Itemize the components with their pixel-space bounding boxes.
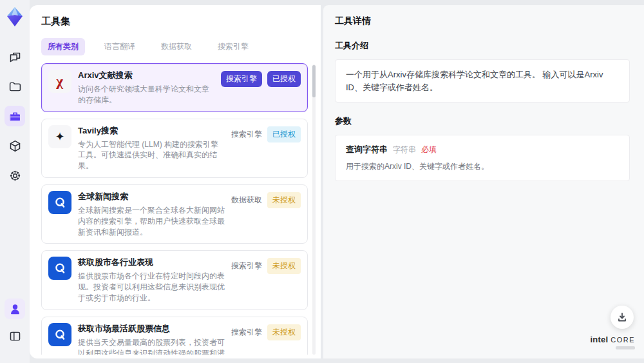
sidebar-item-user[interactable] bbox=[5, 299, 25, 319]
sidebar-item-settings[interactable] bbox=[5, 165, 25, 186]
category-badge: 搜索引擎 bbox=[231, 324, 262, 340]
nav-rail bbox=[0, 0, 30, 363]
sidebar-item-chat[interactable] bbox=[5, 46, 25, 67]
category-badge: 搜索引擎 bbox=[221, 71, 262, 87]
tool-detail-panel: 工具详情 工具介绍 一个用于从Arxiv存储库搜索科学论文和文章的工具。 输入可… bbox=[323, 5, 644, 358]
param-name: 查询字符串 bbox=[346, 144, 388, 155]
category-badge: 搜索引擎 bbox=[231, 258, 262, 274]
auth-status-badge: 已授权 bbox=[267, 126, 301, 142]
tool-name: 获取股市各行业表现 bbox=[78, 257, 225, 268]
intro-heading: 工具介绍 bbox=[335, 40, 630, 52]
tab-search-engine[interactable]: 搜索引擎 bbox=[211, 38, 255, 55]
intel-wordmark: intel bbox=[590, 335, 608, 344]
tool-description: 全球新闻搜索是一个聚合全球各大新闻网站内容的搜索引擎，帮助用户快速获取全球最新资… bbox=[78, 205, 225, 237]
auth-status-badge: 未授权 bbox=[267, 258, 301, 274]
download-icon bbox=[617, 312, 627, 322]
toolbox-icon bbox=[8, 110, 22, 123]
news-logo-icon bbox=[48, 323, 71, 346]
tool-card-global-news[interactable]: 全球新闻搜索 全球新闻搜索是一个聚合全球各大新闻网站内容的搜索引擎，帮助用户快速… bbox=[41, 184, 308, 244]
param-description: 用于搜索的Arxiv ID、关键字或作者姓名。 bbox=[346, 161, 619, 172]
news-logo-icon bbox=[48, 257, 71, 280]
folder-icon bbox=[8, 80, 22, 93]
tool-card-active-stocks[interactable]: 获取市场最活跃股票信息 提供当天交易量最高的股票列表，投资者可以利用这些信息来识… bbox=[41, 317, 308, 355]
download-button[interactable] bbox=[611, 306, 634, 329]
panel-icon bbox=[8, 329, 22, 343]
gear-icon bbox=[8, 169, 22, 182]
scrollbar-thumb[interactable] bbox=[312, 65, 316, 97]
tool-card-sector-performance[interactable]: 获取股市各行业表现 提供股票市场各个行业在特定时间段内的表现。投资者可以利用这些… bbox=[41, 250, 308, 309]
auth-status-badge: 未授权 bbox=[267, 192, 301, 208]
sidebar-item-files[interactable] bbox=[5, 76, 25, 97]
tool-card-arxiv[interactable]: χ Arxiv文献搜索 访问各个研究领域大量科学论文和文章的存储库。 搜索引擎 … bbox=[41, 63, 308, 112]
app-window: 工具集 所有类别 语言翻译 数据获取 搜索引擎 χ Arxiv文献搜索 访问各个… bbox=[0, 0, 644, 363]
list-scrollbar[interactable] bbox=[312, 64, 316, 355]
tool-list: χ Arxiv文献搜索 访问各个研究领域大量科学论文和文章的存储库。 搜索引擎 … bbox=[41, 63, 316, 355]
sidebar-item-panel-toggle[interactable] bbox=[5, 326, 25, 346]
cube-icon bbox=[8, 139, 22, 153]
params-heading: 参数 bbox=[335, 115, 630, 127]
arxiv-logo-icon: χ bbox=[48, 70, 71, 93]
user-icon bbox=[8, 302, 22, 316]
intel-core-logo: intel core bbox=[590, 335, 635, 349]
tab-data-fetch[interactable]: 数据获取 bbox=[155, 38, 198, 55]
app-logo-icon bbox=[5, 6, 24, 27]
tab-translation[interactable]: 语言翻译 bbox=[98, 38, 142, 55]
sidebar-item-models[interactable] bbox=[5, 135, 25, 156]
intro-text: 一个用于从Arxiv存储库搜索科学论文和文章的工具。 输入可以是Arxiv ID… bbox=[346, 68, 619, 93]
tool-name: 全球新闻搜索 bbox=[78, 191, 225, 202]
tool-name: Tavily搜索 bbox=[78, 125, 225, 137]
param-required-badge: 必填 bbox=[421, 144, 437, 155]
tavily-logo-icon: ✦ bbox=[48, 125, 71, 148]
tab-all-categories[interactable]: 所有类别 bbox=[41, 38, 85, 55]
intel-sublabel bbox=[616, 346, 635, 349]
tool-description: 专为人工智能代理 (LLM) 构建的搜索引擎工具。可快速提供实时、准确和真实的结… bbox=[78, 139, 225, 172]
tool-list-panel: 工具集 所有类别 语言翻译 数据获取 搜索引擎 χ Arxiv文献搜索 访问各个… bbox=[30, 5, 321, 358]
category-tabs: 所有类别 语言翻译 数据获取 搜索引擎 bbox=[41, 38, 316, 55]
tool-name: 获取市场最活跃股票信息 bbox=[78, 323, 225, 335]
intro-card: 一个用于从Arxiv存储库搜索科学论文和文章的工具。 输入可以是Arxiv ID… bbox=[335, 59, 630, 103]
core-wordmark: core bbox=[611, 336, 635, 344]
news-logo-icon bbox=[48, 191, 71, 214]
category-badge: 搜索引擎 bbox=[231, 126, 262, 142]
detail-title: 工具详情 bbox=[335, 15, 630, 27]
auth-status-badge: 未授权 bbox=[267, 324, 301, 340]
category-badge: 数据获取 bbox=[231, 192, 262, 208]
tool-description: 提供当天交易量最高的股票列表，投资者可以利用这些信息来识别流动性强的股票和潜在的… bbox=[78, 337, 225, 355]
tool-description: 提供股票市场各个行业在特定时间段内的表现。投资者可以利用这些信息来识别表现优于或… bbox=[78, 271, 225, 303]
tool-name: Arxiv文献搜索 bbox=[78, 70, 214, 81]
param-type: 字符串 bbox=[393, 144, 416, 155]
tool-description: 访问各个研究领域大量科学论文和文章的存储库。 bbox=[78, 84, 214, 106]
chat-icon bbox=[8, 50, 22, 64]
param-card: 查询字符串 字符串 必填 用于搜索的Arxiv ID、关键字或作者姓名。 bbox=[335, 135, 630, 181]
tool-card-tavily[interactable]: ✦ Tavily搜索 专为人工智能代理 (LLM) 构建的搜索引擎工具。可快速提… bbox=[41, 119, 308, 178]
page-title: 工具集 bbox=[41, 15, 316, 28]
sidebar-item-tools[interactable] bbox=[5, 106, 25, 126]
auth-status-badge: 已授权 bbox=[267, 71, 301, 87]
